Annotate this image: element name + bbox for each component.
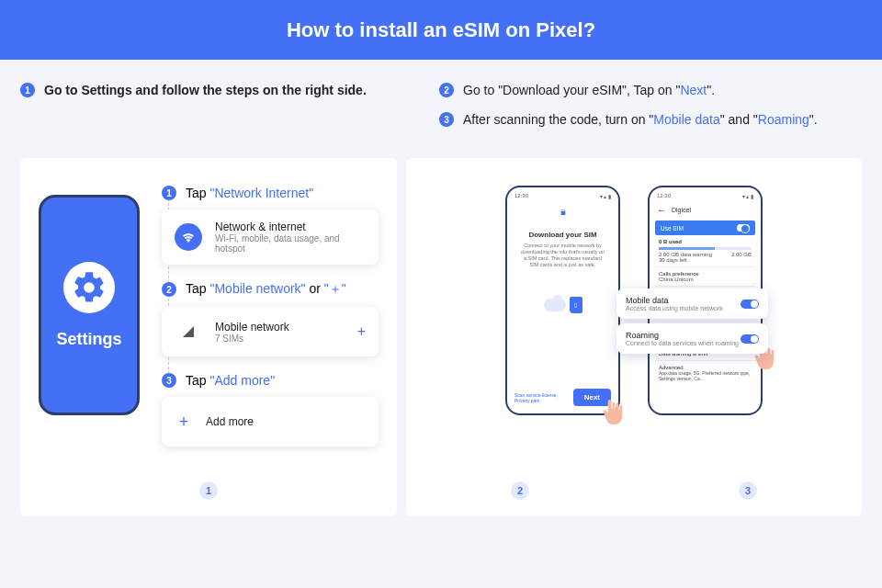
intro-text-3: After scanning the code, turn on "Mobile… (463, 112, 818, 127)
settings-label: Settings (56, 330, 121, 349)
download-sim-desc: Connect to your mobile network by downlo… (513, 239, 613, 269)
mobile-data-sub: Access data using mobile network (626, 305, 723, 311)
card-title-addmore: Add more (206, 415, 254, 428)
panel-number-3: 3 (739, 481, 757, 500)
footer-link[interactable]: Scan service license, Privacy path (514, 392, 573, 403)
page-title: How to install an eSIM on Pixel? (287, 18, 595, 42)
status-icons: ▾ ▴ ▮ (600, 193, 611, 199)
status-bar: 12:30▾ ▴ ▮ (513, 193, 613, 203)
card-add-more[interactable]: + Add more (162, 397, 379, 447)
card-title-network: Network & internet (215, 220, 366, 233)
step-bullet-1: 1 (162, 186, 176, 200)
page-header: How to install an eSIM on Pixel? (0, 0, 882, 60)
card-network-internet[interactable]: Network & internet Wi-Fi, mobile, data u… (162, 209, 379, 265)
settings-phone-illustration: Settings (39, 186, 140, 498)
app-bar: ← Digicel (655, 203, 755, 220)
step-label-1: Tap "Network Internet" (186, 186, 313, 200)
roaming-sub: Connect to data services when roaming (626, 340, 739, 346)
data-usage-section: 0 B used 2.00 GB data warning 30 days le… (655, 235, 755, 267)
step-bullet-3: 3 (162, 373, 176, 388)
wifi-icon (175, 223, 202, 251)
roaming-card[interactable]: Roaming Connect to data services when ro… (616, 323, 768, 354)
step-2: 2 Tap "Mobile network" or "＋" Mobile net… (162, 281, 379, 356)
phone-frame-settings: Settings (39, 195, 140, 415)
highlight-roaming: Roaming (758, 112, 809, 127)
use-sim-label: Use SIM (661, 225, 684, 232)
cloud-icon (544, 299, 566, 311)
step-1: 1 Tap "Network Internet" Network & inter… (162, 186, 379, 265)
highlight-mobile-data: Mobile data (653, 112, 719, 127)
panel-number-1: 1 (199, 481, 218, 500)
use-sim-row[interactable]: Use SIM (655, 220, 755, 235)
intro-text-2: Go to "Download your eSIM", Tap on "Next… (463, 83, 715, 97)
back-arrow-icon[interactable]: ← (657, 205, 666, 215)
carrier-name: Digicel (672, 207, 691, 213)
usage-bar (659, 247, 752, 250)
roaming-title: Roaming (626, 331, 739, 340)
panel-number-2: 2 (511, 481, 529, 500)
status-bar-3: 12:30▾ ▴ ▮ (655, 193, 755, 203)
panels-row: Settings 1 Tap "Network Internet" Networ… (0, 158, 882, 516)
use-sim-toggle[interactable] (737, 224, 750, 232)
download-sim-title: Download your SIM (513, 231, 613, 239)
roaming-toggle[interactable] (741, 334, 759, 344)
panel-badge-left: 1 (20, 481, 397, 500)
card-title-mobile: Mobile network (215, 321, 289, 334)
calls-pref-section[interactable]: Calls preference China Unicom (655, 267, 755, 287)
step-3: 3 Tap "Add more" + Add more (162, 373, 379, 447)
status-icons-3: ▾ ▴ ▮ (742, 193, 753, 199)
bullet-1: 1 (20, 83, 35, 97)
bullet-3: 3 (439, 112, 454, 127)
highlight-next: Next (680, 83, 707, 97)
mobile-data-toggle[interactable] (741, 300, 759, 309)
intro-step-2: 2 Go to "Download your eSIM", Tap on "Ne… (439, 83, 862, 97)
cloud-sim-illustration: ▯ (513, 297, 613, 313)
intro-text-1: Go to Settings and follow the steps on t… (44, 83, 367, 97)
panel-badge-right: 2 3 (406, 481, 862, 500)
steps-column: 1 Tap "Network Internet" Network & inter… (162, 186, 379, 498)
mobile-data-card[interactable]: Mobile data Access data using mobile net… (616, 288, 768, 319)
phone-download-sim: 12:30▾ ▴ ▮ Download your SIM Connect to … (505, 186, 620, 415)
phone-sim-settings: 12:30▾ ▴ ▮ ← Digicel Use SIM 0 B used (648, 186, 763, 415)
card-mobile-network[interactable]: Mobile network 7 SIMs + (162, 307, 379, 356)
hand-pointer-icon (600, 397, 624, 428)
screen-3-stack: 12:30▾ ▴ ▮ ← Digicel Use SIM 0 B used (648, 186, 763, 498)
intro-step-1: 1 Go to Settings and follow the steps on… (20, 83, 406, 97)
panel-screens: 12:30▾ ▴ ▮ Download your SIM Connect to … (406, 158, 862, 516)
signal-icon (175, 318, 202, 345)
lock-icon (559, 209, 568, 218)
panel-settings-steps: Settings 1 Tap "Network Internet" Networ… (20, 158, 397, 516)
mobile-data-title: Mobile data (626, 296, 723, 305)
step-label-2: Tap "Mobile network" or "＋" (186, 281, 346, 298)
card-sub-network: Wi-Fi, mobile, data usage, and hotspot (215, 233, 366, 254)
bullet-2: 2 (439, 83, 454, 97)
intro-section: 1 Go to Settings and follow the steps on… (0, 60, 882, 141)
plus-icon[interactable]: + (357, 323, 366, 340)
sim-chip-icon: ▯ (570, 297, 582, 313)
plus-icon-left: + (175, 408, 193, 435)
step-bullet-2: 2 (162, 282, 176, 297)
settings-gear-icon (63, 262, 115, 313)
screen-2-stack: 12:30▾ ▴ ▮ Download your SIM Connect to … (505, 186, 620, 498)
intro-step-3: 3 After scanning the code, turn on "Mobi… (439, 112, 862, 127)
advanced-section[interactable]: Advanced App data usage, 5G, Preferred n… (655, 361, 755, 385)
step-label-3: Tap "Add more" (186, 373, 275, 388)
card-sub-mobile: 7 SIMs (215, 334, 289, 344)
